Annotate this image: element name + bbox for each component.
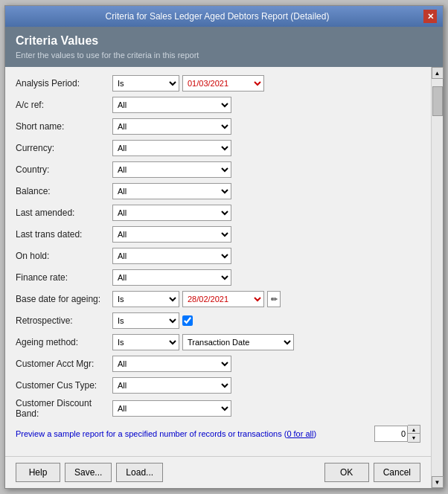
currency-dropdown[interactable]: All bbox=[112, 140, 231, 156]
balance-dropdown[interactable]: All bbox=[112, 183, 231, 199]
window-title: Criteria for Sales Ledger Aged Debtors R… bbox=[11, 11, 423, 22]
financerate-label: Finance rate: bbox=[16, 272, 112, 283]
acref-row: A/c ref: All bbox=[16, 96, 420, 114]
title-bar: Criteria for Sales Ledger Aged Debtors R… bbox=[5, 6, 443, 27]
balance-row: Balance: All bbox=[16, 182, 420, 200]
footer-left: Help Save... Load... bbox=[16, 463, 163, 482]
cancel-button[interactable]: Cancel bbox=[374, 463, 420, 482]
preview-text: Preview a sample report for a specified … bbox=[16, 429, 370, 438]
lasttrans-label: Last trans dated: bbox=[16, 229, 112, 240]
custtype-row: Customer Cus Type: All bbox=[16, 376, 420, 394]
country-label: Country: bbox=[16, 164, 112, 175]
country-row: Country: All bbox=[16, 161, 420, 179]
shortname-row: Short name: All bbox=[16, 118, 420, 135]
custtype-label: Customer Cus Type: bbox=[16, 380, 112, 391]
lastamended-dropdown[interactable]: All bbox=[112, 205, 231, 221]
acref-dropdown[interactable]: All bbox=[112, 97, 231, 113]
basedate-row: Base date for ageing: Is 28/02/2021 ✏ bbox=[16, 290, 420, 308]
currency-row: Currency: All bbox=[16, 139, 420, 157]
balance-label: Balance: bbox=[16, 186, 112, 196]
analysis-period-date[interactable]: 01/03/2021 bbox=[182, 75, 264, 92]
retrospective-row: Retrospective: Is bbox=[16, 312, 420, 330]
spin-buttons: ▲ ▼ bbox=[408, 425, 420, 443]
analysis-period-label: Analysis Period: bbox=[16, 78, 112, 89]
ageingmethod-row: Ageing method: Is Transaction Date Due D… bbox=[16, 333, 420, 351]
basedate-dropdown[interactable]: Is bbox=[112, 291, 179, 307]
preview-text-after: ) bbox=[313, 429, 316, 438]
onhold-label: On hold: bbox=[16, 251, 112, 261]
load-button[interactable]: Load... bbox=[116, 463, 163, 482]
spin-up-button[interactable]: ▲ bbox=[408, 426, 420, 434]
lasttrans-row: Last trans dated: All bbox=[16, 225, 420, 243]
financerate-dropdown[interactable]: All bbox=[112, 269, 231, 286]
scroll-track bbox=[432, 79, 443, 476]
help-button[interactable]: Help bbox=[16, 463, 60, 482]
retrospective-label: Retrospective: bbox=[16, 315, 112, 326]
preview-row: Preview a sample report for a specified … bbox=[16, 425, 420, 443]
retrospective-dropdown[interactable]: Is bbox=[112, 312, 179, 329]
scrollbar[interactable]: ▲ ▼ bbox=[431, 67, 443, 488]
ageingmethod-label: Ageing method: bbox=[16, 337, 112, 347]
lastamended-label: Last amended: bbox=[16, 208, 112, 218]
onhold-dropdown[interactable]: All bbox=[112, 248, 231, 264]
lastamended-row: Last amended: All bbox=[16, 204, 420, 222]
country-dropdown[interactable]: All bbox=[112, 161, 231, 178]
lasttrans-dropdown[interactable]: All bbox=[112, 226, 231, 243]
basedate-label: Base date for ageing: bbox=[16, 294, 112, 304]
ageingmethod-is-dropdown[interactable]: Is bbox=[112, 334, 179, 350]
header-title: Criteria Values bbox=[16, 34, 432, 48]
custtype-dropdown[interactable]: All bbox=[112, 377, 231, 394]
basedate-edit-button[interactable]: ✏ bbox=[267, 291, 281, 307]
retrospective-checkbox[interactable] bbox=[182, 315, 193, 326]
preview-link[interactable]: 0 for all bbox=[287, 429, 313, 438]
custdiscount-dropdown[interactable]: All bbox=[112, 400, 231, 417]
analysis-period-row: Analysis Period: Is 01/03/2021 bbox=[16, 74, 420, 92]
scroll-up-button[interactable]: ▲ bbox=[432, 67, 444, 79]
shortname-dropdown[interactable]: All bbox=[112, 118, 231, 135]
spin-down-button[interactable]: ▼ bbox=[408, 434, 420, 442]
header-section: Criteria Values Enter the values to use … bbox=[5, 27, 443, 67]
custacctmgr-row: Customer Acct Mgr: All bbox=[16, 355, 420, 373]
custdiscount-row: Customer Discount Band: All bbox=[16, 398, 420, 419]
acref-label: A/c ref: bbox=[16, 100, 112, 110]
shortname-label: Short name: bbox=[16, 121, 112, 132]
scroll-down-button[interactable]: ▼ bbox=[432, 476, 444, 488]
onhold-row: On hold: All bbox=[16, 247, 420, 265]
financerate-row: Finance rate: All bbox=[16, 269, 420, 286]
preview-spin-container: ▲ ▼ bbox=[374, 425, 420, 443]
currency-label: Currency: bbox=[16, 143, 112, 153]
custdiscount-label: Customer Discount Band: bbox=[16, 398, 112, 419]
ok-button[interactable]: OK bbox=[324, 463, 369, 482]
custacctmgr-label: Customer Acct Mgr: bbox=[16, 359, 112, 369]
preview-spin-input[interactable] bbox=[374, 426, 408, 442]
analysis-period-dropdown[interactable]: Is bbox=[112, 75, 179, 92]
footer: Help Save... Load... OK Cancel bbox=[5, 456, 431, 488]
footer-right: OK Cancel bbox=[324, 463, 420, 482]
ageingmethod-value-dropdown[interactable]: Transaction Date Due Date bbox=[182, 334, 294, 350]
scroll-thumb[interactable] bbox=[432, 86, 443, 116]
close-button[interactable]: ✕ bbox=[423, 10, 437, 23]
save-button[interactable]: Save... bbox=[65, 463, 112, 482]
header-subtitle: Enter the values to use for the criteria… bbox=[16, 51, 432, 60]
basedate-date[interactable]: 28/02/2021 bbox=[182, 291, 264, 307]
custacctmgr-dropdown[interactable]: All bbox=[112, 356, 231, 372]
preview-text-before: Preview a sample report for a specified … bbox=[16, 429, 287, 438]
